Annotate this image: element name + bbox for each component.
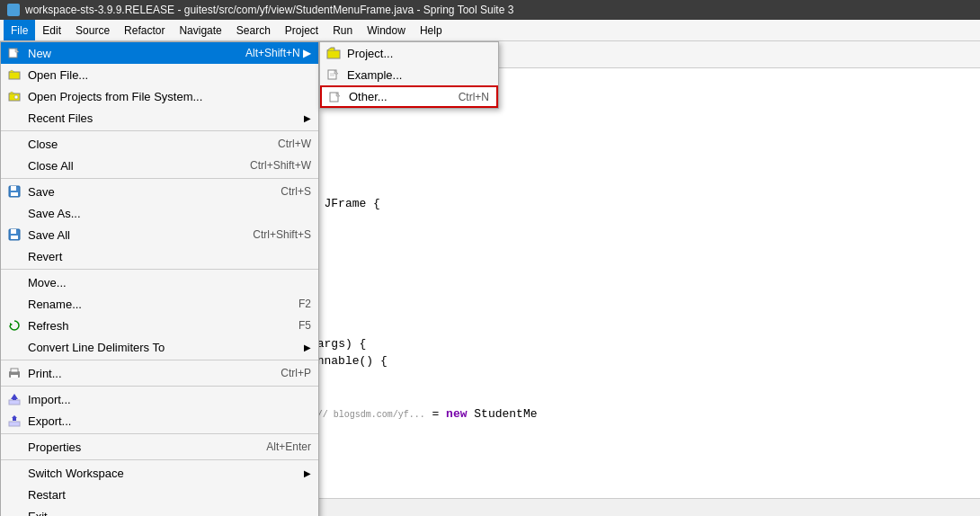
toolbar-undo[interactable]: ↩ [174, 45, 193, 65]
side-panel [0, 68, 14, 498]
toolbar-save[interactable]: 💾 [47, 45, 67, 65]
menu-refactor[interactable]: Refactor [117, 20, 172, 40]
toolbar-run[interactable]: ▶ [223, 45, 243, 65]
toolbar-paste[interactable]: 📌 [146, 45, 165, 65]
toolbar-open[interactable]: 📂 [25, 45, 45, 65]
app-icon [7, 4, 20, 16]
toolbar-redo[interactable]: ↪ [195, 45, 215, 65]
menu-navigate[interactable]: Navigate [172, 20, 228, 40]
side-icon-3 [2, 101, 13, 111]
main-layout: 31 .view; import java.awt.BorderLayout;□… [0, 68, 980, 498]
status-bar [0, 498, 980, 516]
toolbar-sep3 [169, 46, 170, 64]
code-editor[interactable]: 31 .view; import java.awt.BorderLayout;□… [14, 68, 980, 498]
code-text[interactable]: .view; import java.awt.BorderLayout;□ pu… [50, 68, 980, 498]
menu-edit[interactable]: Edit [35, 20, 68, 40]
title-text: workspace-sts-3.9.9.RELEASE - guitest/sr… [25, 4, 513, 16]
toolbar-sep1 [70, 46, 71, 64]
toolbar-debug[interactable]: 🐛 [245, 45, 264, 65]
toolbar-copy[interactable]: 📋 [124, 45, 144, 65]
menu-bar: File Edit Source Refactor Navigate Searc… [0, 20, 980, 41]
toolbar-sep5 [268, 46, 269, 64]
line-numbers: 31 [14, 68, 46, 379]
menu-search[interactable]: Search [229, 20, 278, 40]
toolbar-sep2 [98, 46, 99, 64]
toolbar-sep4 [218, 46, 219, 64]
side-icon-2 [2, 86, 13, 97]
toolbar-new[interactable]: 📄 [4, 45, 23, 65]
menu-run[interactable]: Run [325, 20, 360, 40]
menu-window[interactable]: Window [360, 20, 413, 40]
title-bar: workspace-sts-3.9.9.RELEASE - guitest/sr… [0, 0, 980, 20]
menu-help[interactable]: Help [413, 20, 450, 40]
side-icon-4 [2, 115, 13, 126]
menu-file[interactable]: File [4, 20, 35, 40]
toolbar: 📄 📂 💾 🖨 ✂ 📋 📌 ↩ ↪ ▶ 🐛 🔍 [0, 41, 980, 68]
toolbar-cut[interactable]: ✂ [102, 45, 122, 65]
toolbar-search[interactable]: 🔍 [272, 45, 292, 65]
menu-project[interactable]: Project [278, 20, 325, 40]
menu-source[interactable]: Source [68, 20, 117, 40]
side-icon-1 [2, 72, 13, 83]
toolbar-print[interactable]: 🖨 [75, 45, 94, 65]
